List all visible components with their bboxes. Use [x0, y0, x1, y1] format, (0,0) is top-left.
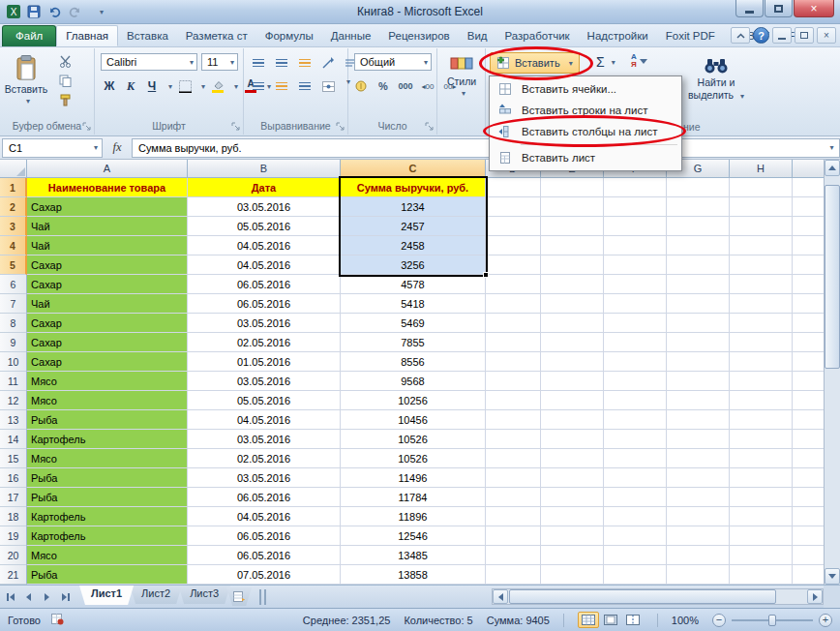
- cell[interactable]: [730, 333, 793, 352]
- cell[interactable]: [667, 178, 730, 197]
- cell[interactable]: [667, 565, 730, 585]
- cell[interactable]: 03.05.2016: [188, 314, 341, 333]
- scroll-up-icon[interactable]: [825, 160, 840, 176]
- cell[interactable]: Рыба: [27, 410, 188, 430]
- row-header[interactable]: 18: [0, 507, 27, 526]
- cell[interactable]: Мясо: [27, 546, 188, 565]
- cell[interactable]: [604, 178, 667, 197]
- formula-input[interactable]: Сумма выручки, руб.: [132, 138, 825, 158]
- qat-customize-icon[interactable]: ▾: [86, 3, 104, 20]
- cell[interactable]: 05.05.2016: [188, 217, 341, 236]
- cell[interactable]: [541, 333, 604, 352]
- cell[interactable]: [667, 410, 730, 430]
- cell[interactable]: 10526: [341, 430, 486, 449]
- italic-button[interactable]: К: [122, 77, 139, 95]
- ribbon-tab[interactable]: Вставка: [118, 26, 177, 46]
- font-size-select[interactable]: 11 ▾: [201, 53, 238, 71]
- cell[interactable]: [486, 507, 541, 526]
- cell[interactable]: [486, 275, 541, 294]
- cell[interactable]: [730, 410, 793, 430]
- cell[interactable]: [730, 178, 793, 197]
- zoom-thumb[interactable]: [768, 615, 776, 626]
- ribbon-tab[interactable]: Разработчик: [496, 26, 579, 46]
- row-header[interactable]: 9: [0, 333, 27, 352]
- cell[interactable]: 9568: [341, 372, 486, 391]
- workbook-minimize-icon[interactable]: [772, 27, 792, 44]
- cell[interactable]: [604, 565, 667, 585]
- cell[interactable]: [667, 275, 730, 294]
- borders-dropdown-icon[interactable]: ▾: [197, 82, 205, 91]
- row-header[interactable]: 16: [0, 468, 27, 488]
- cell[interactable]: [541, 275, 604, 294]
- cell[interactable]: [541, 546, 604, 565]
- ribbon-tab[interactable]: Данные: [322, 26, 380, 46]
- cell[interactable]: 11784: [341, 488, 486, 507]
- cell[interactable]: [486, 372, 541, 391]
- sort-filter-button[interactable]: А Я: [631, 53, 647, 69]
- zoom-track[interactable]: [732, 619, 813, 621]
- name-box[interactable]: C1 ▾: [2, 138, 103, 158]
- increase-decimal-icon[interactable]: ◂00: [419, 77, 436, 95]
- cut-icon[interactable]: [54, 52, 75, 70]
- cell[interactable]: [730, 391, 793, 410]
- insert-function-icon[interactable]: fx: [103, 140, 132, 155]
- align-top-icon[interactable]: [250, 54, 267, 72]
- cell[interactable]: 03.05.2016: [188, 430, 341, 449]
- cell[interactable]: [486, 565, 541, 585]
- cell[interactable]: [730, 217, 793, 236]
- cell[interactable]: [604, 275, 667, 294]
- cell[interactable]: [541, 352, 604, 372]
- fill-handle[interactable]: [483, 272, 489, 278]
- merge-center-icon[interactable]: [319, 77, 337, 95]
- column-header[interactable]: H: [730, 160, 793, 178]
- insert-button[interactable]: Вставить ▾: [490, 52, 580, 74]
- cell[interactable]: [667, 352, 730, 372]
- orientation-icon[interactable]: [319, 54, 337, 72]
- redo-icon[interactable]: [66, 3, 83, 20]
- cell[interactable]: [604, 333, 667, 352]
- cell[interactable]: [667, 449, 730, 468]
- cell[interactable]: [486, 410, 541, 430]
- cell[interactable]: Чай: [27, 236, 188, 255]
- row-header[interactable]: 2: [0, 197, 27, 217]
- copy-icon[interactable]: [54, 72, 75, 89]
- cell[interactable]: [541, 255, 604, 275]
- ribbon-tab[interactable]: Формулы: [256, 26, 322, 46]
- horizontal-scrollbar[interactable]: [492, 588, 824, 605]
- cell[interactable]: 07.05.2016: [188, 565, 341, 585]
- cell[interactable]: 06.05.2016: [188, 294, 341, 314]
- cell[interactable]: [730, 449, 793, 468]
- fill-color-dropdown-icon[interactable]: ▾: [230, 82, 238, 91]
- cell[interactable]: 13485: [341, 546, 486, 565]
- sheet-tab[interactable]: Лист1: [79, 586, 134, 605]
- maximize-button[interactable]: [765, 0, 793, 17]
- zoom-level[interactable]: 100%: [672, 615, 699, 626]
- font-name-select[interactable]: Calibri ▾: [101, 53, 197, 71]
- cell[interactable]: [541, 294, 604, 314]
- normal-view-icon[interactable]: [578, 612, 599, 628]
- cell[interactable]: [667, 255, 730, 275]
- align-center-icon[interactable]: [273, 77, 290, 95]
- cell[interactable]: [541, 430, 604, 449]
- cell[interactable]: [604, 294, 667, 314]
- cell[interactable]: [730, 372, 793, 391]
- excel-logo-icon[interactable]: X: [5, 3, 22, 20]
- cell[interactable]: [486, 526, 541, 546]
- cell[interactable]: 13858: [341, 565, 486, 585]
- row-header[interactable]: 19: [0, 526, 27, 546]
- cell[interactable]: 11496: [341, 468, 486, 488]
- page-layout-view-icon[interactable]: [600, 612, 621, 628]
- first-sheet-icon[interactable]: [2, 588, 18, 605]
- cell[interactable]: 12546: [341, 526, 486, 546]
- cell[interactable]: 05.05.2016: [188, 391, 341, 410]
- cell[interactable]: [486, 197, 541, 217]
- cell[interactable]: [667, 546, 730, 565]
- cell[interactable]: [541, 526, 604, 546]
- next-sheet-icon[interactable]: [39, 588, 55, 605]
- borders-icon[interactable]: [176, 77, 194, 95]
- cell[interactable]: [730, 565, 793, 585]
- cell[interactable]: [667, 197, 730, 217]
- row-header[interactable]: 17: [0, 488, 27, 507]
- cell[interactable]: [541, 314, 604, 333]
- cell[interactable]: Сахар: [27, 197, 188, 217]
